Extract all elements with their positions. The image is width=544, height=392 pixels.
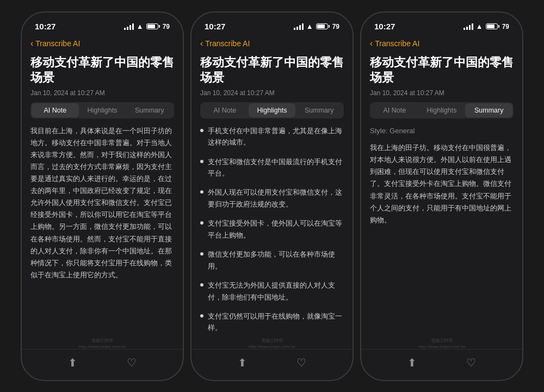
highlights-list: 手机支付在中国非常普遍，尤其是在像上海这样的城市。支付宝和微信支付是中国最流行的…: [200, 125, 344, 334]
battery-percent: 79: [163, 23, 170, 30]
content-area: 我目前在上海，具体来说是在一个叫田子坊的地方。移动支付在中国非常普遍。对于当地人…: [22, 125, 183, 349]
status-time: 10:27: [374, 22, 395, 31]
phone-2: 10:27 ▲ 79 ‹Transcribe AI移动支付革新了中国的零售场景J…: [190, 11, 354, 381]
share-button[interactable]: ⬆: [238, 356, 247, 369]
highlight-text: 支付宝接受外国卡，使外国人可以在淘宝等平台上购物。: [208, 217, 344, 241]
status-time: 10:27: [205, 22, 225, 31]
highlight-item: 支付宝仍然可以用于在线购物，就像淘宝一样。: [200, 310, 344, 334]
bottom-bar: ⬆♡: [191, 349, 353, 380]
tab-highlights[interactable]: Highlights: [79, 103, 126, 117]
status-time: 10:27: [35, 22, 55, 31]
watermark: 電腦王阿璋http://www.lsopo.com.tw: [418, 338, 465, 350]
heart-button[interactable]: ♡: [466, 356, 476, 369]
bullet-dot: [200, 129, 203, 132]
highlight-item: 外国人现在可以使用支付宝和微信支付，这要归功于政府法规的改变。: [200, 186, 344, 210]
highlight-text: 外国人现在可以使用支付宝和微信支付，这要归功于政府法规的改变。: [208, 186, 344, 210]
highlight-item: 支付宝无法为外国人提供直接的人对人支付，除非他们有中国地址。: [200, 279, 344, 303]
phone-1: 10:27 ▲ 79 ‹Transcribe AI移动支付革新了中国的零售场景J…: [21, 11, 184, 381]
bullet-dot: [200, 190, 203, 194]
summary-text: 我在上海的田子坊。移动支付在中国很普遍，对本地人来说很方便。外国人以前在使用上遇…: [370, 142, 514, 226]
share-button[interactable]: ⬆: [407, 356, 417, 369]
wifi-icon: ▲: [476, 22, 483, 30]
status-icons: ▲ 79: [124, 22, 170, 30]
phones-container: 10:27 ▲ 79 ‹Transcribe AI移动支付革新了中国的零售场景J…: [15, 6, 529, 387]
status-bar: 10:27 ▲ 79: [191, 13, 353, 36]
tab-ai-note[interactable]: AI Note: [371, 103, 418, 117]
highlight-item: 支付宝接受外国卡，使外国人可以在淘宝等平台上购物。: [200, 217, 344, 241]
highlight-text: 支付宝无法为外国人提供直接的人对人支付，除非他们有中国地址。: [208, 279, 344, 303]
tab-highlights[interactable]: Highlights: [418, 103, 466, 117]
bottom-bar: ⬆♡: [22, 349, 183, 380]
signal-icon: [294, 23, 304, 30]
article-title: 移动支付革新了中国的零售场景: [191, 51, 353, 88]
wifi-icon: ▲: [306, 22, 313, 30]
tab-summary[interactable]: Summary: [465, 103, 512, 117]
watermark: 電腦王阿璋http://www.lsopo.com.tw: [79, 338, 126, 350]
bullet-dot: [200, 221, 203, 225]
battery-icon: [486, 23, 499, 29]
bullet-dot: [200, 314, 203, 318]
battery-icon: [316, 23, 330, 29]
back-arrow-icon: ‹: [370, 39, 373, 48]
article-date: Jan 10, 2024 at 10:27 AM: [22, 88, 183, 102]
ainote-text: 我目前在上海，具体来说是在一个叫田子坊的地方。移动支付在中国非常普遍。对于当地人…: [30, 125, 174, 281]
highlight-text: 手机支付在中国非常普遍，尤其是在像上海这样的城市。: [208, 125, 344, 148]
signal-icon: [463, 23, 473, 30]
share-button[interactable]: ⬆: [68, 356, 77, 369]
tab-summary[interactable]: Summary: [295, 103, 343, 117]
content-area: 手机支付在中国非常普遍，尤其是在像上海这样的城市。支付宝和微信支付是中国最流行的…: [191, 125, 353, 349]
highlight-item: 手机支付在中国非常普遍，尤其是在像上海这样的城市。: [200, 125, 344, 148]
status-icons: ▲ 79: [463, 22, 509, 30]
article-date: Jan 10, 2024 at 10:27 AM: [191, 88, 353, 102]
nav-back-label: Transcribe AI: [205, 39, 250, 48]
highlight-text: 支付宝仍然可以用于在线购物，就像淘宝一样。: [208, 310, 344, 334]
tab-ai-note[interactable]: AI Note: [32, 103, 79, 117]
highlight-item: 微信支付更加多功能，可以在各种市场使用。: [200, 248, 344, 272]
tab-bar: AI NoteHighlightsSummary: [370, 102, 514, 119]
bullet-dot: [200, 283, 203, 287]
highlight-item: 支付宝和微信支付是中国最流行的手机支付平台。: [200, 156, 344, 179]
bullet-dot: [200, 252, 203, 256]
highlight-text: 支付宝和微信支付是中国最流行的手机支付平台。: [208, 156, 344, 179]
wifi-icon: ▲: [137, 22, 144, 30]
tab-highlights[interactable]: Highlights: [249, 103, 296, 117]
content-area: Style: General我在上海的田子坊。移动支付在中国很普遍，对本地人来说…: [361, 125, 522, 349]
status-bar: 10:27 ▲ 79: [22, 13, 183, 36]
tab-summary[interactable]: Summary: [126, 103, 173, 117]
bullet-dot: [200, 160, 203, 163]
status-bar: 10:27 ▲ 79: [361, 13, 522, 36]
back-arrow-icon: ‹: [30, 39, 33, 48]
article-title: 移动支付革新了中国的零售场景: [22, 51, 183, 88]
battery-icon: [146, 23, 160, 29]
nav-back-button[interactable]: ‹Transcribe AI: [361, 36, 522, 51]
nav-back-button[interactable]: ‹Transcribe AI: [191, 36, 353, 51]
signal-icon: [124, 23, 134, 30]
article-title: 移动支付革新了中国的零售场景: [361, 51, 522, 88]
article-date: Jan 10, 2024 at 10:27 AM: [361, 88, 522, 102]
battery-percent: 79: [502, 23, 509, 30]
bottom-bar: ⬆♡: [361, 349, 522, 380]
phone-3: 10:27 ▲ 79 ‹Transcribe AI移动支付革新了中国的零售场景J…: [360, 11, 523, 381]
heart-button[interactable]: ♡: [296, 356, 306, 369]
back-arrow-icon: ‹: [200, 39, 203, 48]
nav-back-button[interactable]: ‹Transcribe AI: [22, 36, 183, 51]
tab-bar: AI NoteHighlightsSummary: [30, 102, 174, 119]
watermark: 電腦王阿璋http://www.lsopo.com.tw: [249, 338, 295, 350]
tab-ai-note[interactable]: AI Note: [201, 103, 249, 117]
summary-style-label: Style: General: [370, 125, 514, 136]
highlight-text: 微信支付更加多功能，可以在各种市场使用。: [208, 248, 344, 272]
battery-percent: 79: [332, 23, 339, 30]
heart-button[interactable]: ♡: [127, 356, 137, 369]
nav-back-label: Transcribe AI: [375, 39, 419, 48]
tab-bar: AI NoteHighlightsSummary: [200, 102, 344, 119]
status-icons: ▲ 79: [294, 22, 339, 30]
nav-back-label: Transcribe AI: [35, 39, 80, 48]
